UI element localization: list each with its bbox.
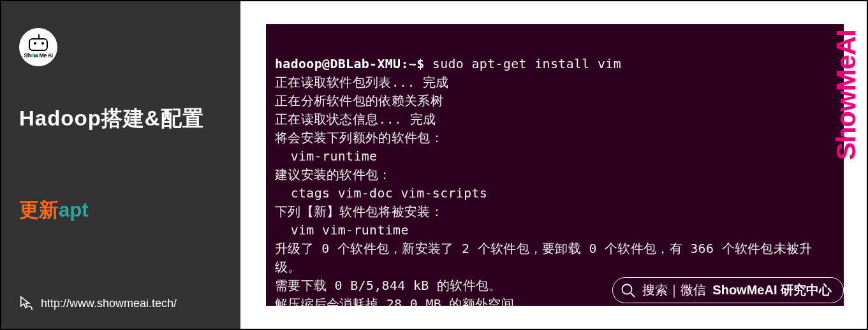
sidebar: Show Me AI Hadoop搭建&配置 更新apt http://www.…: [1, 1, 240, 329]
svg-point-0: [622, 284, 632, 294]
terminal-line: vim-runtime: [275, 148, 377, 164]
terminal-line: 正在分析软件包的依赖关系树: [275, 93, 443, 108]
robot-icon: [29, 38, 48, 51]
slide-title: Hadoop搭建&配置: [19, 104, 240, 133]
terminal-line: 将会安装下列额外的软件包：: [275, 130, 443, 145]
terminal-line: 下列【新】软件包将被安装：: [275, 204, 443, 219]
terminal: hadoop@DBLab-XMU:~$ sudo apt-get install…: [266, 24, 844, 306]
slide-subtitle: 更新apt: [19, 197, 240, 224]
url-row: http://www.showmeai.tech/: [19, 296, 177, 311]
terminal-line-underlined: 解压缩后会消耗掉 28.0 MB 的额外空间。: [275, 296, 527, 306]
terminal-line: 正在读取软件包列表... 完成: [275, 75, 449, 90]
terminal-line: vim vim-runtime: [275, 222, 409, 238]
logo: Show Me AI: [19, 28, 57, 66]
search-pill: 搜索｜微信 ShowMeAI 研究中心: [612, 277, 844, 303]
search-icon: [621, 283, 636, 298]
watermark: ShowMeAI: [831, 30, 862, 160]
main-panel: hadoop@DBLab-XMU:~$ sudo apt-get install…: [240, 1, 867, 329]
terminal-line: 升级了 0 个软件包，新安装了 2 个软件包，要卸载 0 个软件包，有 366 …: [275, 241, 813, 256]
cursor-icon: [19, 296, 33, 311]
shell-command: sudo apt-get install vim: [432, 56, 621, 71]
svg-line-1: [631, 293, 635, 297]
search-pill-bold: ShowMeAI 研究中心: [712, 282, 832, 299]
terminal-line: 需要下载 0 B/5,844 kB 的软件包。: [275, 278, 501, 293]
shell-prompt: hadoop@DBLab-XMU:~$: [275, 56, 432, 71]
url-text: http://www.showmeai.tech/: [41, 297, 177, 310]
logo-text: Show Me AI: [24, 52, 52, 59]
terminal-line: ctags vim-doc vim-scripts: [275, 185, 487, 201]
terminal-line: 建议安装的软件包：: [275, 167, 392, 182]
terminal-line: 正在读取状态信息... 完成: [275, 111, 436, 127]
slide-frame: Show Me AI Hadoop搭建&配置 更新apt http://www.…: [0, 0, 868, 330]
search-pill-label: 搜索｜微信: [642, 282, 706, 299]
terminal-line: 级。: [275, 259, 301, 275]
